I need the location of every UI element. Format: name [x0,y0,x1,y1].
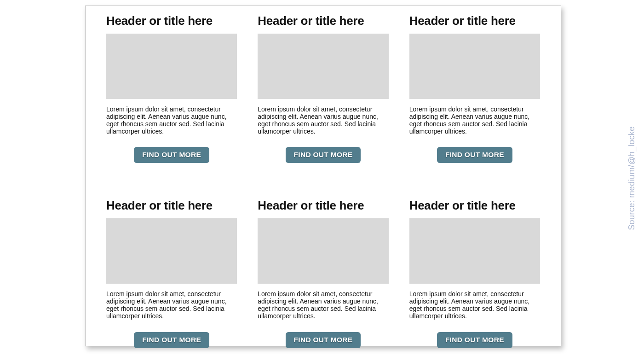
card-title: Header or title here [106,199,237,213]
image-placeholder [258,218,388,284]
image-placeholder [106,218,237,284]
card: Header or title here Lorem ipsum dolor s… [258,199,388,348]
card-title: Header or title here [409,14,540,28]
card-body-text: Lorem ipsum dolor sit amet, consectetur … [106,105,237,135]
find-out-more-button[interactable]: FIND OUT MORE [286,332,361,348]
find-out-more-button[interactable]: FIND OUT MORE [437,147,512,163]
card-title: Header or title here [258,199,388,213]
card-body-text: Lorem ipsum dolor sit amet, consectetur … [258,105,388,135]
image-placeholder [258,34,388,99]
card-button-row: FIND OUT MORE [106,332,237,348]
card-body-text: Lorem ipsum dolor sit amet, consectetur … [409,290,540,320]
card: Header or title here Lorem ipsum dolor s… [258,14,388,163]
card-body-text: Lorem ipsum dolor sit amet, consectetur … [258,290,388,320]
card: Header or title here Lorem ipsum dolor s… [409,14,540,163]
card-title: Header or title here [409,199,540,213]
card-button-row: FIND OUT MORE [106,147,237,163]
card-button-row: FIND OUT MORE [409,147,540,163]
card-title: Header or title here [106,14,237,28]
card-body-text: Lorem ipsum dolor sit amet, consectetur … [409,105,540,135]
wireframe-panel: Header or title here Lorem ipsum dolor s… [85,6,561,346]
find-out-more-button[interactable]: FIND OUT MORE [437,332,512,348]
card-button-row: FIND OUT MORE [258,147,388,163]
find-out-more-button[interactable]: FIND OUT MORE [134,332,209,348]
card-button-row: FIND OUT MORE [409,332,540,348]
card: Header or title here Lorem ipsum dolor s… [409,199,540,348]
card-button-row: FIND OUT MORE [258,332,388,348]
card-title: Header or title here [258,14,388,28]
image-placeholder [106,34,237,99]
card-body-text: Lorem ipsum dolor sit amet, consectetur … [106,290,237,320]
card: Header or title here Lorem ipsum dolor s… [106,199,237,348]
find-out-more-button[interactable]: FIND OUT MORE [134,147,209,163]
source-watermark: Source: medium/@h_locke [627,126,637,230]
image-placeholder [409,34,540,99]
card-grid: Header or title here Lorem ipsum dolor s… [106,14,540,348]
image-placeholder [409,218,540,284]
card: Header or title here Lorem ipsum dolor s… [106,14,237,163]
find-out-more-button[interactable]: FIND OUT MORE [286,147,361,163]
